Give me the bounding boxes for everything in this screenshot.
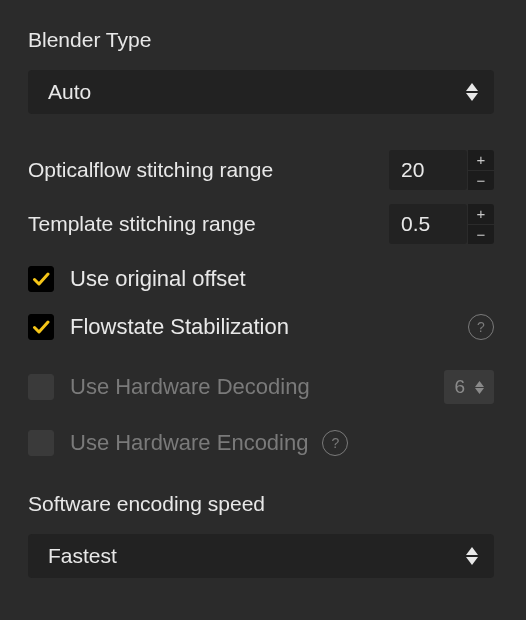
blender-type-select[interactable]: Auto <box>28 70 494 114</box>
svg-marker-5 <box>466 557 478 565</box>
chevron-up-down-icon <box>466 547 478 565</box>
use-original-offset-row[interactable]: Use original offset <box>28 266 494 292</box>
encoding-speed-select[interactable]: Fastest <box>28 534 494 578</box>
checkmark-icon <box>32 318 50 336</box>
settings-panel: Blender Type Auto Opticalflow stitching … <box>0 0 526 620</box>
encoding-speed-heading: Software encoding speed <box>28 492 494 516</box>
chevron-up-down-icon <box>475 381 484 394</box>
template-label: Template stitching range <box>28 212 256 236</box>
flowstate-checkbox[interactable] <box>28 314 54 340</box>
opticalflow-value[interactable]: 20 <box>389 150 467 190</box>
encoding-speed-value: Fastest <box>48 544 117 568</box>
checkmark-icon <box>32 270 50 288</box>
blender-type-heading: Blender Type <box>28 28 494 52</box>
template-row: Template stitching range 0.5 + − <box>28 204 494 244</box>
hw-decoding-checkbox <box>28 374 54 400</box>
flowstate-help-icon[interactable]: ? <box>468 314 494 340</box>
opticalflow-stepper[interactable]: 20 + − <box>389 150 494 190</box>
svg-marker-1 <box>466 93 478 101</box>
hw-encoding-checkbox <box>28 430 54 456</box>
svg-marker-3 <box>475 388 484 394</box>
chevron-up-down-icon <box>466 83 478 101</box>
opticalflow-increment[interactable]: + <box>468 150 494 170</box>
blender-type-value: Auto <box>48 80 91 104</box>
use-original-offset-checkbox[interactable] <box>28 266 54 292</box>
hw-encoding-row: Use Hardware Encoding ? <box>28 430 494 456</box>
hw-decoding-value: 6 <box>454 376 465 398</box>
template-decrement[interactable]: − <box>468 225 494 245</box>
hw-decoding-stepper: 6 <box>444 370 494 404</box>
flowstate-row[interactable]: Flowstate Stabilization ? <box>28 314 494 340</box>
template-stepper[interactable]: 0.5 + − <box>389 204 494 244</box>
hw-decoding-label: Use Hardware Decoding <box>70 374 430 400</box>
opticalflow-row: Opticalflow stitching range 20 + − <box>28 150 494 190</box>
use-original-offset-label: Use original offset <box>70 266 494 292</box>
opticalflow-decrement[interactable]: − <box>468 171 494 191</box>
svg-marker-4 <box>466 547 478 555</box>
svg-marker-0 <box>466 83 478 91</box>
hw-encoding-label: Use Hardware Encoding <box>70 430 308 456</box>
opticalflow-label: Opticalflow stitching range <box>28 158 273 182</box>
svg-marker-2 <box>475 381 484 387</box>
hw-decoding-row: Use Hardware Decoding 6 <box>28 370 494 404</box>
template-increment[interactable]: + <box>468 204 494 224</box>
hw-encoding-help-icon: ? <box>322 430 348 456</box>
template-value[interactable]: 0.5 <box>389 204 467 244</box>
flowstate-label: Flowstate Stabilization <box>70 314 468 340</box>
